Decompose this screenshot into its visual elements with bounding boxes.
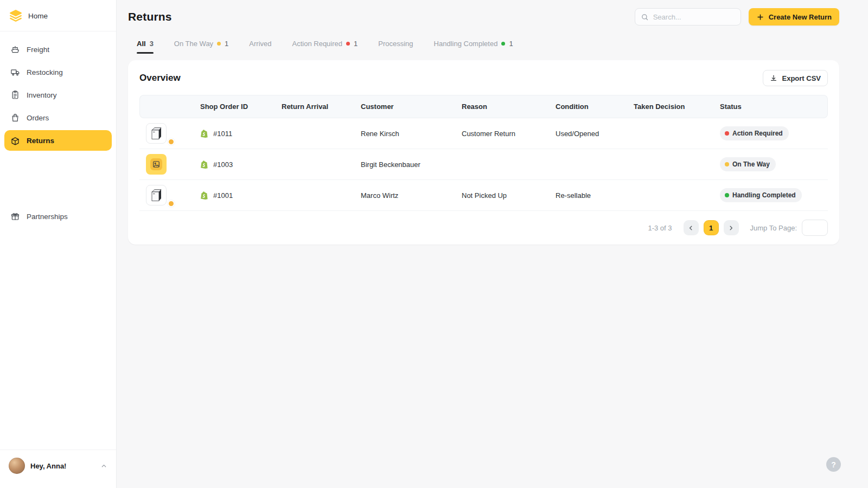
page-1-button[interactable]: 1 [704,220,719,235]
tab-count: 3 [150,40,154,48]
tab-processing[interactable]: Processing [378,40,413,54]
freight-ship-icon [10,44,20,54]
reason-cell: Not Picked Up [455,180,549,211]
sidebar-item-inventory[interactable]: Inventory [4,85,112,105]
sidebar-item-partnerships[interactable]: Partnerships [4,206,112,227]
status-badge: On The Way [720,157,776,171]
table-header-row: Shop Order ID Return Arrival Customer Re… [139,95,828,118]
taken-decision-cell [627,149,713,180]
return-arrival-cell [275,180,354,211]
shopify-icon [200,191,208,200]
status-dot [725,162,729,166]
tab-handling-completed[interactable]: Handling Completed 1 [434,40,513,54]
column-reason: Reason [455,95,549,118]
return-arrival-cell [275,118,354,149]
tab-count: 1 [509,40,513,48]
platform-badge [168,138,175,145]
taken-decision-cell [627,118,713,149]
sidebar-item-label: Inventory [27,91,57,99]
search-icon [641,13,649,21]
tab-all[interactable]: All 3 [137,40,154,54]
page-header: Returns Create New Return [128,0,839,25]
tab-count: 1 [225,40,228,48]
order-id: #1011 [213,130,232,138]
help-button[interactable]: ? [826,457,841,472]
product-thumbnail [146,123,167,144]
sidebar-item-returns[interactable]: Returns [4,130,112,151]
column-customer: Customer [354,95,455,118]
previous-page-button[interactable] [684,220,699,235]
column-condition: Condition [549,95,627,118]
sidebar-item-orders[interactable]: Orders [4,107,112,128]
order-id: #1001 [213,191,233,200]
column-return-arrival: Return Arrival [275,95,354,118]
pagination-summary: 1-3 of 3 [648,224,672,232]
shopping-bag-icon [10,113,20,123]
user-menu[interactable]: Hey, Anna! [0,450,116,488]
sidebar-item-label: Orders [27,114,49,122]
status-label: Handling Completed [732,191,796,199]
user-greeting: Hey, Anna! [30,462,66,470]
condition-cell: Used/Opened [549,118,627,149]
chevron-right-icon [727,224,735,232]
sidebar-menu: Freight Restocking Inventory [0,31,116,228]
return-arrival-cell [275,149,354,180]
image-placeholder-thumbnail [146,154,167,175]
status-badge: Action Required [720,126,789,140]
status-badge: Handling Completed [720,188,802,202]
tab-label: Arrived [249,40,271,48]
pagination: 1-3 of 3 1 Jump To Page: [139,211,828,236]
tab-action-required[interactable]: Action Required 1 [292,40,358,54]
search-input[interactable] [653,13,735,21]
shopify-icon [200,160,208,169]
sidebar-item-label: Partnerships [27,213,68,221]
next-page-button[interactable] [724,220,739,235]
column-taken-decision: Taken Decision [627,95,713,118]
sidebar: Home Freight Restocking [0,0,117,488]
sidebar-item-home[interactable]: Home [0,0,116,31]
tab-label: Action Required [292,40,343,48]
sidebar-item-restocking[interactable]: Restocking [4,62,112,82]
product-thumbnail [146,185,167,206]
product-image [148,125,164,142]
sidebar-item-freight[interactable]: Freight [4,39,112,60]
tab-on-the-way[interactable]: On The Way 1 [174,40,228,54]
table-row[interactable]: #1003 Birgit Beckenbauer On The Way [139,149,828,180]
customer-cell: Birgit Beckenbauer [354,149,455,180]
status-tabs: All 3 On The Way 1 Arrived Action Requir… [128,25,839,54]
tab-label: All [137,40,146,48]
status-dot [725,193,729,197]
jump-to-page-label: Jump To Page: [750,224,797,232]
download-icon [770,74,777,82]
table-row[interactable]: #1001 Marco Wirtz Not Picked Up Re-sella… [139,180,828,211]
status-label: Action Required [732,130,783,137]
table-row[interactable]: #1011 Rene Kirsch Customer Return Used/O… [139,118,828,149]
taken-decision-cell [627,180,713,211]
condition-cell: Re-sellable [549,180,627,211]
overview-title: Overview [139,73,181,84]
create-new-return-button[interactable]: Create New Return [749,8,839,25]
jump-to-page-input[interactable] [802,220,828,236]
export-csv-label: Export CSV [782,74,821,82]
return-package-icon [10,136,20,145]
tab-arrived[interactable]: Arrived [249,40,271,54]
gift-icon [10,211,20,221]
reason-cell: Customer Return [455,118,549,149]
status-dot [725,131,729,136]
status-dot [501,42,505,46]
clipboard-icon [10,90,20,100]
home-label: Home [28,12,48,20]
chevron-left-icon [687,224,694,232]
truck-icon [10,67,20,77]
main-content: Returns Create New Return All 3 On The W… [117,0,868,488]
shopify-icon [200,129,208,138]
sidebar-item-label: Freight [27,46,49,54]
overview-card: Overview Export CSV Shop Order ID Return… [128,60,839,245]
returns-table: Shop Order ID Return Arrival Customer Re… [139,95,828,211]
export-csv-button[interactable]: Export CSV [763,70,828,86]
column-thumbnail [139,95,194,118]
tab-count: 1 [354,40,358,48]
column-status: Status [713,95,828,118]
product-image [148,187,164,203]
customer-cell: Rene Kirsch [354,118,455,149]
